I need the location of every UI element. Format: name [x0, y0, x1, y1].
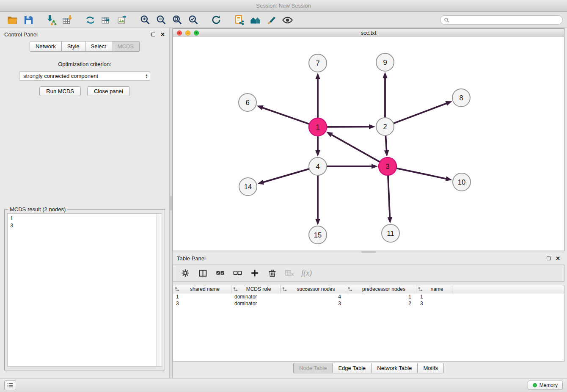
- export-image-button[interactable]: [114, 13, 130, 27]
- edge-arrowhead: [388, 217, 393, 224]
- table-cell[interactable]: 4: [281, 294, 346, 300]
- column-sort-icon[interactable]: [175, 287, 179, 292]
- graph-edge-3-10[interactable]: [396, 168, 447, 179]
- edge-arrowhead: [257, 180, 264, 185]
- toggle-visibility-button[interactable]: [279, 13, 295, 27]
- dropdown-stepper-icon: ▲▼: [145, 72, 148, 80]
- graph-node-label: 15: [314, 231, 322, 239]
- control-panel-tabs: Network Style Select MCDS: [0, 41, 169, 52]
- zoom-window-icon[interactable]: +: [194, 30, 199, 36]
- task-history-button[interactable]: [4, 380, 16, 390]
- edge-arrowhead: [384, 150, 389, 157]
- table-cell[interactable]: 1: [346, 294, 416, 300]
- tab-select[interactable]: Select: [85, 41, 112, 52]
- graph-node-label: 14: [244, 183, 252, 190]
- column-header-predecessor-nodes[interactable]: predecessor nodes: [346, 285, 416, 293]
- edge-arrowhead: [372, 164, 378, 169]
- refresh-layout-button[interactable]: [208, 13, 224, 27]
- search-input[interactable]: [451, 17, 559, 23]
- column-sort-icon[interactable]: [348, 287, 352, 292]
- network-window-title: scc.txt: [361, 30, 377, 36]
- graph-edge-1-2[interactable]: [327, 127, 370, 127]
- close-window-icon[interactable]: ×: [177, 30, 182, 36]
- open-session-button[interactable]: [4, 13, 20, 27]
- import-network-button[interactable]: [43, 13, 59, 27]
- graph-edge-3-11[interactable]: [388, 175, 390, 218]
- home-layout-button[interactable]: [247, 13, 263, 27]
- table-settings-button[interactable]: [180, 268, 191, 279]
- export-table-button[interactable]: [98, 13, 114, 27]
- table-cell[interactable]: 2: [346, 301, 416, 306]
- graph-edge-2-3[interactable]: [385, 135, 386, 151]
- traffic-lights: × − +: [177, 30, 199, 36]
- import-table-button[interactable]: [59, 13, 75, 27]
- graph-edge-1-6[interactable]: [262, 108, 309, 124]
- column-header-name[interactable]: name: [416, 285, 452, 293]
- memory-button[interactable]: Memory: [528, 381, 563, 390]
- minimize-window-icon[interactable]: −: [185, 30, 190, 36]
- zoom-out-button[interactable]: [153, 13, 169, 27]
- table-cell[interactable]: 3: [416, 301, 452, 306]
- window-titlebar: Session: New Session: [0, 0, 567, 12]
- column-header-shared-name[interactable]: shared name: [173, 285, 231, 293]
- tab-network[interactable]: Network: [30, 41, 62, 52]
- open-report-button[interactable]: [231, 13, 247, 27]
- column-sort-icon[interactable]: [233, 287, 238, 292]
- tab-edge-table[interactable]: Edge Table: [333, 363, 372, 373]
- table-cell[interactable]: 3: [173, 301, 231, 306]
- tab-node-table[interactable]: Node Table: [293, 363, 333, 373]
- column-header-mcds-role[interactable]: MCDS role: [231, 285, 281, 293]
- network-view-window: × − + scc.txt 7968124314101511: [173, 28, 564, 251]
- criterion-dropdown[interactable]: strongly connected component ▲▼: [19, 71, 150, 81]
- select-all-button[interactable]: [215, 268, 226, 279]
- function-builder-button[interactable]: f(x): [301, 268, 312, 279]
- save-session-button[interactable]: [20, 13, 36, 27]
- float-panel-icon[interactable]: [151, 33, 155, 36]
- zoom-in-button[interactable]: [137, 13, 153, 27]
- result-scrollbar[interactable]: [156, 214, 162, 366]
- table-row[interactable]: 1dominator411: [173, 293, 564, 300]
- close-panel-button[interactable]: Close panel: [87, 86, 130, 96]
- vertical-splitter[interactable]: [169, 28, 173, 378]
- export-network-button[interactable]: [82, 13, 98, 27]
- column-sort-icon[interactable]: [418, 287, 423, 292]
- mcds-result-list[interactable]: 1 3: [7, 213, 162, 367]
- table-cell[interactable]: 3: [281, 301, 346, 306]
- tab-network-table[interactable]: Network Table: [372, 363, 418, 373]
- show-columns-button[interactable]: [197, 268, 208, 279]
- table-cell[interactable]: 1: [416, 294, 452, 300]
- deselect-all-button[interactable]: [232, 268, 243, 279]
- network-graph[interactable]: 7968124314101511: [173, 38, 564, 251]
- run-mcds-button[interactable]: Run MCDS: [39, 86, 81, 96]
- network-canvas[interactable]: 7968124314101511: [173, 38, 564, 251]
- apply-style-button[interactable]: [263, 13, 279, 27]
- table-cell[interactable]: 1: [173, 294, 231, 300]
- gear-icon: [181, 268, 190, 278]
- open-folder-icon: [7, 14, 18, 25]
- criterion-dropdown-value: strongly connected component: [19, 72, 150, 80]
- column-sort-icon[interactable]: [282, 287, 287, 292]
- table-row[interactable]: 3dominator323: [173, 300, 564, 307]
- column-header-successor-nodes[interactable]: successor nodes: [281, 285, 346, 293]
- graph-edge-4-14[interactable]: [263, 169, 309, 182]
- graph-edge-2-8[interactable]: [394, 103, 447, 124]
- graph-edge-3-1[interactable]: [331, 135, 380, 162]
- zoom-fit-button[interactable]: [169, 13, 185, 27]
- close-table-panel-icon[interactable]: ✕: [556, 256, 560, 261]
- tab-style[interactable]: Style: [62, 41, 85, 52]
- edge-arrowhead: [326, 132, 333, 137]
- network-window-titlebar[interactable]: × − + scc.txt: [173, 29, 564, 37]
- add-column-button[interactable]: [249, 268, 260, 279]
- zoom-selected-button[interactable]: [185, 13, 201, 27]
- float-table-panel-icon[interactable]: [547, 257, 550, 260]
- splitter-grip[interactable]: [170, 196, 172, 210]
- table-cell[interactable]: dominator: [231, 294, 281, 300]
- tab-motifs[interactable]: Motifs: [418, 363, 444, 373]
- export-image-icon: [117, 15, 128, 25]
- tab-mcds[interactable]: MCDS: [112, 41, 140, 52]
- table-cell[interactable]: dominator: [231, 301, 281, 306]
- delete-table-button[interactable]: [284, 268, 295, 279]
- delete-column-button[interactable]: [267, 268, 278, 279]
- search-field[interactable]: [440, 15, 563, 25]
- close-panel-icon[interactable]: ✕: [160, 32, 165, 37]
